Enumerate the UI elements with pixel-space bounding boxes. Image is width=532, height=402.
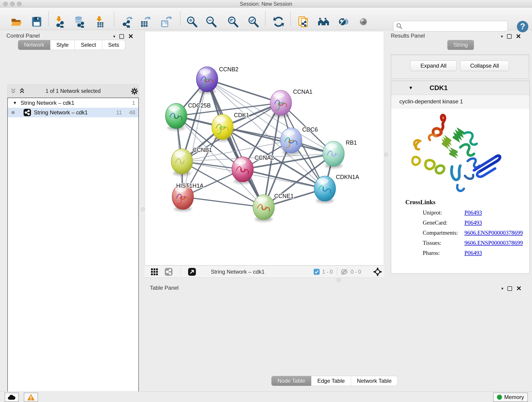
panel-splitter-handle[interactable] <box>141 207 145 211</box>
network-node-CCNB2[interactable]: CCNB2 <box>196 66 239 94</box>
import-table-icon[interactable] <box>94 16 106 28</box>
panel-menu-icon[interactable]: ▾ <box>501 286 503 291</box>
zoom-in-icon[interactable] <box>186 16 198 28</box>
node-label-CCNB2: CCNB2 <box>219 66 239 72</box>
crosslink-genecard[interactable]: P06493 <box>464 220 482 226</box>
horizontal-splitter[interactable] <box>145 278 531 282</box>
crosslinks-title: CrossLinks <box>405 199 530 206</box>
crosslink-label: Uniprot: <box>423 210 464 216</box>
network-edge-CCNA2-CDKN1A[interactable] <box>243 169 325 189</box>
network-node-CCNE1[interactable]: CCNE1 <box>253 193 294 222</box>
warning-button[interactable] <box>24 393 38 402</box>
export-network-icon[interactable] <box>121 16 133 28</box>
tab-network[interactable]: Network <box>18 40 51 50</box>
memory-status-dot <box>497 395 502 400</box>
collapse-all-button[interactable]: Collapse All <box>460 61 509 71</box>
network-canvas[interactable]: CCNB2CCNA1CDC25BCDK1CDC6RB1CCNB1CCNA2CDK… <box>145 31 384 265</box>
control-panel: Control Panel ▾ ✕ Network Style Select S… <box>1 31 142 386</box>
panel-close-icon[interactable]: ✕ <box>516 34 521 39</box>
refresh-icon[interactable] <box>273 16 285 28</box>
help-button[interactable]: ? <box>517 21 528 32</box>
import-network-icon[interactable] <box>54 16 65 28</box>
node-label-HIST1H1A: HIST1H1A <box>176 182 204 189</box>
search-input[interactable] <box>403 23 500 29</box>
clone-network-icon[interactable] <box>298 16 310 28</box>
results-content: ▼ CDK1 cyclin-dependent kinase 1 <box>391 81 530 274</box>
crosslink-label: Tissues: <box>423 240 464 246</box>
network-edge-CCNB2-CCNA1[interactable] <box>207 79 281 103</box>
current-network-name: String Network – cdk1 <box>211 269 265 275</box>
network-edge-HIST1H1A-CCNE1[interactable] <box>183 197 264 207</box>
node-label-CDK1: CDK1 <box>234 112 249 118</box>
search-icon <box>396 23 403 29</box>
network-collection-row[interactable]: ▼ String Network – cdk1 1 <box>8 98 138 108</box>
table-panel: Table Panel ▾ ✕ f(x) shared namenamecano… <box>145 282 531 390</box>
tab-string[interactable]: String <box>447 40 474 50</box>
titlebar: Session: New Session <box>0 0 532 7</box>
memory-label: Memory <box>504 394 524 400</box>
network-node-RB1[interactable]: RB1 <box>323 139 357 168</box>
tab-style[interactable]: Style <box>51 40 75 50</box>
network-node-HIST1H1A[interactable]: HIST1H1A <box>172 182 204 211</box>
import-network-database-icon[interactable] <box>74 16 85 28</box>
toolbar-separator <box>180 12 181 26</box>
zoom-out-icon[interactable] <box>205 16 217 28</box>
hidden-eye-slash-icon <box>341 268 348 275</box>
tab-edge-table[interactable]: Edge Table <box>311 376 351 386</box>
eye-wave-icon[interactable] <box>337 16 349 28</box>
search-box[interactable] <box>393 21 508 32</box>
gene-section-header[interactable]: ▼ CDK1 <box>391 81 530 95</box>
tab-sets[interactable]: Sets <box>102 40 125 50</box>
eye-icon[interactable] <box>357 16 369 28</box>
tab-network-table[interactable]: Network Table <box>351 376 398 386</box>
open-folder-icon[interactable] <box>10 16 22 28</box>
node-label-RB1: RB1 <box>346 139 357 146</box>
panel-float-icon[interactable] <box>507 34 512 39</box>
save-session-icon[interactable] <box>31 16 43 28</box>
external-view-icon[interactable] <box>188 268 196 276</box>
collection-count: 1 <box>132 100 135 106</box>
panel-menu-icon[interactable]: ▾ <box>113 34 115 39</box>
birdseye-crosshair-icon[interactable] <box>373 267 382 276</box>
node-label-CDC25B: CDC25B <box>188 102 211 109</box>
string-network-grey-icon[interactable] <box>165 268 173 276</box>
export-image-icon[interactable] <box>160 16 172 28</box>
network-node-CDKN1A[interactable]: CDKN1A <box>314 174 359 203</box>
gear-icon[interactable] <box>130 87 139 95</box>
network-edge-CCNB2-CCNE1[interactable] <box>207 79 264 207</box>
zoom-selected-icon[interactable] <box>247 16 259 28</box>
expand-all-button[interactable]: Expand All <box>410 61 457 71</box>
panel-close-icon[interactable]: ✕ <box>516 286 521 291</box>
panel-close-icon[interactable]: ✕ <box>128 34 133 39</box>
tab-node-table[interactable]: Node Table <box>271 376 311 386</box>
crosslink-pharos[interactable]: P06493 <box>464 250 482 256</box>
network-node-CCNB1[interactable]: CCNB1 <box>171 147 212 176</box>
crosslink-uniprot[interactable]: P06493 <box>464 210 482 216</box>
node-label-CDKN1A: CDKN1A <box>336 174 359 180</box>
crosslink-compartments[interactable]: 9606.ENSP00000378699 <box>464 230 523 236</box>
network-selection-bar: 1 of 1 Network selected <box>7 84 139 98</box>
zoom-fit-icon[interactable] <box>227 16 239 28</box>
panel-float-icon[interactable] <box>119 34 124 39</box>
tab-select[interactable]: Select <box>75 40 102 50</box>
grid-view-icon[interactable] <box>151 268 158 275</box>
memory-button[interactable]: Memory <box>493 393 528 402</box>
crosslink-label: Compartments: <box>423 230 464 236</box>
selected-checkbox-icon[interactable] <box>313 269 320 275</box>
two-houses-icon[interactable] <box>317 16 329 28</box>
cloud-icon <box>7 394 16 400</box>
cloud-button[interactable] <box>5 393 19 402</box>
panel-menu-icon[interactable]: ▾ <box>501 34 503 39</box>
selection-count-label: 1 of 1 Network selected <box>7 88 139 94</box>
panel-float-icon[interactable] <box>507 286 512 291</box>
table-panel-title: Table Panel <box>150 285 178 291</box>
network-row-selected[interactable]: String Network – cdk1 11 48 <box>8 108 138 117</box>
section-collapse-icon[interactable]: ▼ <box>409 85 413 90</box>
export-table-icon[interactable] <box>139 16 151 28</box>
crosslink-tissues[interactable]: 9606.ENSP00000378699 <box>464 240 523 246</box>
network-status-dot <box>12 111 15 114</box>
network-node-CDC6[interactable]: CDC6 <box>280 126 318 155</box>
tree-expander-icon[interactable]: ▼ <box>13 101 17 105</box>
results-panel-title: Results Panel <box>391 32 425 39</box>
node-count: 11 <box>116 109 122 116</box>
